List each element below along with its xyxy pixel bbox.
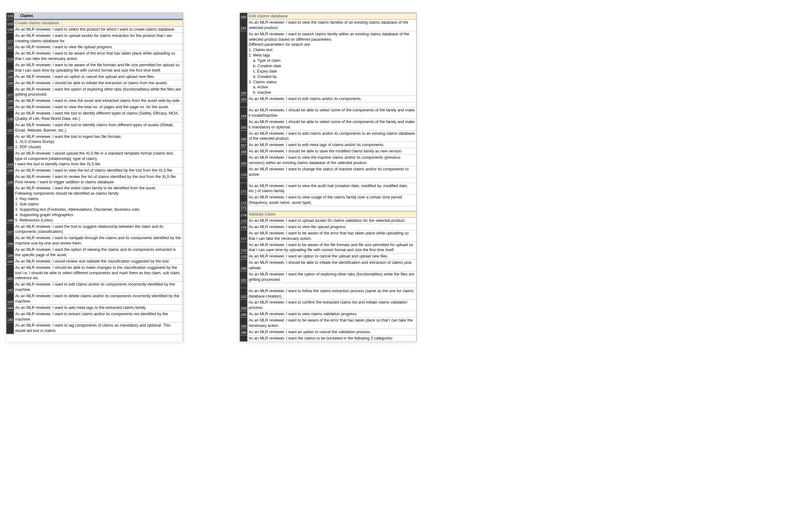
cell-content: As an MLR reviewer, I want to be aware o… <box>14 51 183 62</box>
cell-content: Validate Claim <box>247 211 416 218</box>
spreadsheet-row: 132As an MLR reviewer, I want the tool t… <box>6 134 183 151</box>
cell-content: As an MLR reviewer, I want the option of… <box>247 271 416 283</box>
spreadsheet-row: 122As an MLR reviewer, I want to view fi… <box>6 44 183 51</box>
row-number: 169 <box>240 155 247 166</box>
cell-content: As an MLR reviewer, I want to view file … <box>14 44 183 50</box>
row-number: 141 <box>6 265 14 281</box>
cell-content: As an MLR reviewer, I want to be aware o… <box>14 62 183 73</box>
spreadsheet-row: As an MLR reviewer, I want to tag compon… <box>6 323 183 334</box>
spreadsheet-row: 121As an MLR reviewer, I want to upload … <box>6 33 183 45</box>
spreadsheet-row <box>240 283 416 288</box>
spreadsheet-row: 161As an MLR reviewer, I want to view th… <box>240 20 416 31</box>
cell-content: As an MLR reviewer, I want to view the c… <box>247 20 416 31</box>
cell-content: As an MLR reviewer, I want to select the… <box>14 27 183 33</box>
cell-content: As an MLR reviewer, I want to be aware o… <box>247 318 416 329</box>
row-number: 145 <box>6 311 14 323</box>
row-number: 123 <box>6 51 14 62</box>
spreadsheet-row: 173 <box>240 206 416 211</box>
spreadsheet-row: 185As an MLR reviewer, I want to be awar… <box>240 318 416 329</box>
cell-content: As an MLR reviewer, I want to be aware o… <box>247 242 416 253</box>
spreadsheet-row: 143As an MLR reviewer, I want to delete … <box>6 293 183 305</box>
spreadsheet-row: 126As an MLR reviewer, I should be able … <box>6 80 183 86</box>
row-number: 125 <box>6 74 14 80</box>
row-number: 173 <box>240 206 247 211</box>
spreadsheet-row: 144As an MLR reviewer, I want to add met… <box>6 305 183 311</box>
spreadsheet-row <box>240 102 416 107</box>
spreadsheet-row: 138As an MLR reviewer, I want to navigat… <box>6 235 183 247</box>
row-number: 166 <box>240 131 247 142</box>
spreadsheet-row: 165As an MLR reviewer, I should be able … <box>240 119 416 131</box>
row-number: 128 <box>6 98 14 104</box>
cell-content <box>247 178 416 183</box>
cell-content: As an MLR reviewer, I want to upload ass… <box>247 218 416 224</box>
spreadsheet-row: 133As an MLR reviewer, I would upload th… <box>6 151 183 168</box>
spreadsheet-row: 180As an MLR reviewer, I should be able … <box>240 260 416 271</box>
spreadsheet-row: 142As an MLR reviewer, I want to edit cl… <box>6 281 183 293</box>
row-number: 137 <box>6 224 14 235</box>
cell-content: As an MLR reviewer, I should be able to … <box>247 148 416 154</box>
spreadsheet-row: 145As an MLR reviewer, I want to extract… <box>6 311 183 323</box>
cell-content: As an MLR reviewer, I want to view file … <box>247 224 416 230</box>
row-number: 161 <box>240 20 247 31</box>
row-number: 143 <box>6 293 14 305</box>
spreadsheet-row: 141As an MLR reviewer, I should be able … <box>6 265 183 282</box>
row-number: 142 <box>6 281 14 293</box>
cell-content: As an MLR reviewer, I want to delete cla… <box>14 293 183 305</box>
row-number: 126 <box>6 80 14 86</box>
row-number: 168 <box>240 148 247 154</box>
row-number: 127 <box>6 86 14 98</box>
cell-content: As an MLR reviewer, I want to add meta t… <box>14 305 183 311</box>
spreadsheet-row: 124As an MLR reviewer, I want to be awar… <box>6 62 183 74</box>
spreadsheet-row: 167As an MLR reviewer, I want to edit me… <box>240 142 416 148</box>
cell-content: As an MLR reviewer, I want the option of… <box>14 247 183 258</box>
cell-content: As an MLR reviewer, I want to view the a… <box>247 183 416 194</box>
spreadsheet-right: 160Edit claims database161As an MLR revi… <box>240 13 416 342</box>
row-number: 163 <box>240 96 247 102</box>
cell-content: As an MLR reviewer, I should be able to … <box>247 107 416 119</box>
spreadsheet-row: 168As an MLR reviewer, I should be able … <box>240 148 416 155</box>
cell-content: As an MLR reviewer, I want to review the… <box>14 174 183 185</box>
cell-content <box>247 283 416 288</box>
cell-content: As an MLR reviewer, I want the entire cl… <box>14 185 183 223</box>
spreadsheet-row: 181As an MLR reviewer, I want the option… <box>240 271 416 283</box>
spreadsheet-row: 125As an MLR reviewer, I want an option … <box>6 74 183 80</box>
row-number: 134 <box>6 168 14 174</box>
cell-content: As an MLR reviewer, I want an option to … <box>247 253 416 259</box>
cell-content: As an MLR reviewer, I should be able to … <box>247 260 416 271</box>
cell-content: Create claims database <box>14 20 183 27</box>
spreadsheet-row: 177As an MLR reviewer, I want to be awar… <box>240 230 416 242</box>
row-number: 139 <box>6 247 14 258</box>
row-number: 162 <box>240 31 247 96</box>
spreadsheet-row: 120As an MLR reviewer, I want to select … <box>6 27 183 33</box>
spreadsheet-row: 174Validate Claim <box>240 211 416 218</box>
row-number: 172 <box>240 194 247 206</box>
spreadsheet-row: 162As an MLR reviewer, I want to search … <box>240 31 416 96</box>
row-number: 182 <box>240 288 247 299</box>
row-number: 160 <box>240 13 247 20</box>
row-number: 132 <box>6 134 14 151</box>
cell-content: As an MLR reviewer, I want to edit meta … <box>247 142 416 148</box>
cell-content: As an MLR reviewer, I want to follow the… <box>247 288 416 299</box>
cell-content: As an MLR reviewer, I want to navigate t… <box>14 235 183 246</box>
cell-content: As an MLR reviewer, I want an option to … <box>14 74 183 80</box>
row-number <box>240 102 247 107</box>
row-number: 124 <box>6 62 14 73</box>
row-number: 131 <box>6 122 14 134</box>
spreadsheet-row: 135As an MLR reviewer, I want to review … <box>6 174 183 186</box>
row-number: 122 <box>6 44 14 50</box>
spreadsheet-row: 131As an MLR reviewer, I want the tool t… <box>6 122 183 134</box>
cell-content: As an MLR reviewer, I should be able to … <box>247 119 416 130</box>
cell-content: As an MLR reviewer, I want to change the… <box>247 166 416 178</box>
spreadsheet-row: 170As an MLR reviewer, I want to change … <box>240 166 416 178</box>
row-number <box>6 323 14 334</box>
row-number: 144 <box>6 305 14 311</box>
row-number: 175 <box>240 218 247 224</box>
cell-content: As an MLR reviewer, I want an option to … <box>247 329 416 335</box>
spreadsheet-row: 118Claims <box>6 13 183 20</box>
cell-content: As an MLR reviewer, I want to tag compon… <box>14 323 183 334</box>
spreadsheet-row: 119Create claims database <box>6 20 183 27</box>
spreadsheet-row: 179As an MLR reviewer, I want an option … <box>240 253 416 260</box>
cell-content: As an MLR reviewer, I want to upload ass… <box>14 33 183 44</box>
spreadsheet-row: 128As an MLR reviewer, I want to view th… <box>6 98 183 104</box>
spreadsheet-row: 166As an MLR reviewer, I want to add cla… <box>240 131 416 142</box>
